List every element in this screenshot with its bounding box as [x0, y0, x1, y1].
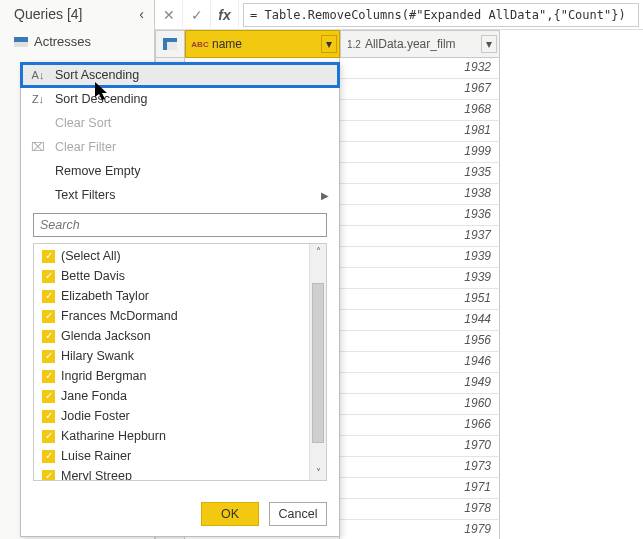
column-header-year[interactable]: 1.2 AllData.year_film ▾ — [340, 30, 500, 58]
menu-label: Clear Sort — [55, 116, 111, 130]
filter-value-label: Bette Davis — [61, 269, 125, 283]
table-corner[interactable] — [155, 30, 185, 58]
filter-value-label: Ingrid Bergman — [61, 369, 146, 383]
filter-value-label: Frances McDormand — [61, 309, 178, 323]
sort-ascending-item[interactable]: A↓ Sort Ascending — [21, 63, 339, 87]
column-dropdown-icon[interactable]: ▾ — [481, 35, 497, 53]
cell-year: 1979 — [340, 520, 500, 539]
filter-value-item[interactable]: ✓Elizabeth Taylor — [38, 286, 305, 306]
clear-filter-item: ⌧ Clear Filter — [21, 135, 339, 159]
filter-value-label: Elizabeth Taylor — [61, 289, 149, 303]
scroll-down-icon[interactable]: ˅ — [316, 467, 321, 478]
filter-value-label: Jane Fonda — [61, 389, 127, 403]
cancel-formula-icon[interactable]: ✕ — [155, 0, 183, 30]
cell-year: 1970 — [340, 436, 500, 457]
sort-descending-item[interactable]: Z↓ Sort Descending — [21, 87, 339, 111]
number-type-icon: 1.2 — [347, 39, 361, 50]
filter-value-item[interactable]: ✓Meryl Streep — [38, 466, 305, 481]
checkbox-icon[interactable]: ✓ — [42, 270, 55, 283]
remove-empty-item[interactable]: Remove Empty — [21, 159, 339, 183]
formula-input[interactable] — [243, 3, 639, 27]
filter-value-item[interactable]: ✓Luise Rainer — [38, 446, 305, 466]
checkbox-icon[interactable]: ✓ — [42, 450, 55, 463]
checkbox-icon[interactable]: ✓ — [42, 470, 55, 482]
cancel-button[interactable]: Cancel — [269, 502, 327, 526]
column-dropdown-icon[interactable]: ▾ — [321, 35, 337, 53]
filter-value-item[interactable]: ✓Frances McDormand — [38, 306, 305, 326]
cell-year: 1937 — [340, 226, 500, 247]
collapse-panel-icon[interactable]: ‹ — [139, 6, 144, 22]
text-type-icon: ABC — [192, 37, 208, 51]
query-item-actresses[interactable]: Actresses — [0, 28, 154, 55]
column-header-name[interactable]: ABC name ▾ — [185, 30, 340, 58]
checkbox-icon[interactable]: ✓ — [42, 330, 55, 343]
column-label: name — [212, 37, 242, 51]
cell-year: 1936 — [340, 205, 500, 226]
cell-year: 1978 — [340, 499, 500, 520]
accept-formula-icon[interactable]: ✓ — [183, 0, 211, 30]
text-filters-item[interactable]: Text Filters ▶ — [21, 183, 339, 207]
cell-year: 1971 — [340, 478, 500, 499]
cell-year: 1946 — [340, 352, 500, 373]
cell-year: 1956 — [340, 331, 500, 352]
fx-icon[interactable]: fx — [211, 0, 239, 30]
sort-asc-icon: A↓ — [32, 69, 45, 81]
query-item-label: Actresses — [34, 34, 91, 49]
filter-value-label: Glenda Jackson — [61, 329, 151, 343]
filter-value-label: Jodie Foster — [61, 409, 130, 423]
checkbox-icon[interactable]: ✓ — [42, 410, 55, 423]
grid-header-row: ABC name ▾ 1.2 AllData.year_film ▾ — [155, 30, 643, 58]
checkbox-icon[interactable]: ✓ — [42, 370, 55, 383]
checkbox-icon[interactable]: ✓ — [42, 430, 55, 443]
cell-year: 1932 — [340, 58, 500, 79]
table-icon — [14, 37, 28, 47]
filter-value-label: Meryl Streep — [61, 469, 132, 481]
cell-year: 1939 — [340, 247, 500, 268]
popup-buttons: OK Cancel — [201, 502, 327, 526]
checkbox-icon[interactable]: ✓ — [42, 250, 55, 263]
search-input[interactable] — [33, 213, 327, 237]
filter-value-item[interactable]: ✓Ingrid Bergman — [38, 366, 305, 386]
ok-button[interactable]: OK — [201, 502, 259, 526]
filter-value-label: Katharine Hepburn — [61, 429, 166, 443]
filter-value-item[interactable]: ✓Jane Fonda — [38, 386, 305, 406]
cell-year: 1973 — [340, 457, 500, 478]
cell-year: 1949 — [340, 373, 500, 394]
filter-search — [33, 213, 327, 237]
cell-year: 1938 — [340, 184, 500, 205]
clear-sort-item: Clear Sort — [21, 111, 339, 135]
list-scrollbar[interactable]: ˄ ˅ — [309, 244, 326, 480]
filter-value-item[interactable]: ✓(Select All) — [38, 246, 305, 266]
scroll-up-icon[interactable]: ˄ — [316, 246, 321, 257]
cell-year: 1968 — [340, 100, 500, 121]
filter-value-item[interactable]: ✓Katharine Hepburn — [38, 426, 305, 446]
column-filter-popup: A↓ Sort Ascending Z↓ Sort Descending Cle… — [20, 62, 340, 537]
scroll-thumb[interactable] — [312, 283, 324, 443]
clear-filter-icon: ⌧ — [31, 140, 45, 154]
menu-label: Sort Ascending — [55, 68, 139, 82]
menu-label: Sort Descending — [55, 92, 147, 106]
cell-year: 1944 — [340, 310, 500, 331]
filter-value-item[interactable]: ✓Glenda Jackson — [38, 326, 305, 346]
filter-value-item[interactable]: ✓Jodie Foster — [38, 406, 305, 426]
queries-title: Queries [4] — [14, 6, 82, 22]
filter-value-item[interactable]: ✓Bette Davis — [38, 266, 305, 286]
cell-year: 1935 — [340, 163, 500, 184]
cell-year: 1951 — [340, 289, 500, 310]
cell-year: 1999 — [340, 142, 500, 163]
sort-desc-icon: Z↓ — [32, 93, 44, 105]
menu-label: Text Filters — [55, 188, 115, 202]
cell-year: 1939 — [340, 268, 500, 289]
filter-value-label: (Select All) — [61, 249, 121, 263]
cell-year: 1960 — [340, 394, 500, 415]
checkbox-icon[interactable]: ✓ — [42, 310, 55, 323]
filter-value-item[interactable]: ✓Hilary Swank — [38, 346, 305, 366]
cell-year: 1967 — [340, 79, 500, 100]
checkbox-icon[interactable]: ✓ — [42, 290, 55, 303]
cell-year: 1966 — [340, 415, 500, 436]
table-icon — [163, 38, 177, 50]
filter-value-label: Hilary Swank — [61, 349, 134, 363]
checkbox-icon[interactable]: ✓ — [42, 390, 55, 403]
checkbox-icon[interactable]: ✓ — [42, 350, 55, 363]
formula-bar: ✕ ✓ fx — [155, 0, 643, 30]
